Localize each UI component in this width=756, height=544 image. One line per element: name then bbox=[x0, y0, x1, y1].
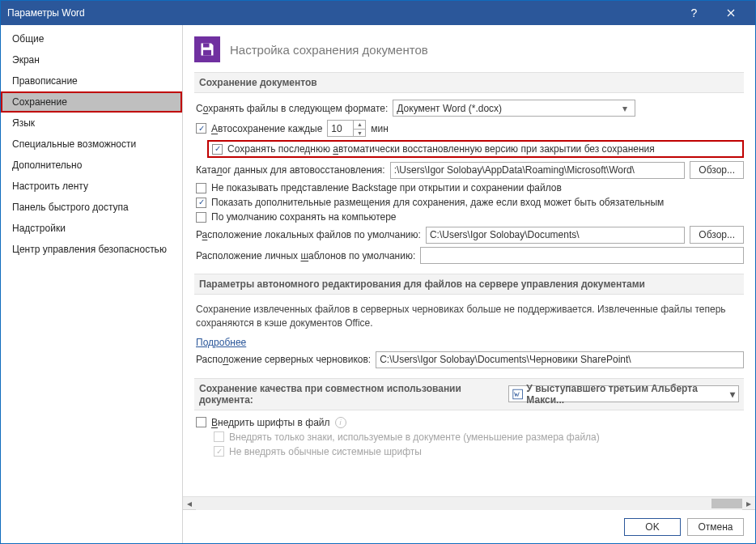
autorec-path-input[interactable]: :\Users\Igor Solobay\AppData\Roaming\Mic… bbox=[390, 162, 686, 179]
main-panel: Настройка сохранения документов Сохранен… bbox=[183, 25, 755, 543]
sidebar-item-advanced[interactable]: Дополнительно bbox=[1, 155, 182, 176]
offline-note: Сохранение извлеченных файлов в серверны… bbox=[194, 301, 744, 334]
help-button[interactable]: ? bbox=[676, 1, 712, 25]
no-backstage-checkbox[interactable] bbox=[196, 183, 206, 193]
learn-more-link[interactable]: Подробнее bbox=[196, 337, 246, 348]
autorec-path-label: Каталог данных для автовосстановления: bbox=[196, 164, 385, 176]
autosave-unit-label: мин bbox=[371, 123, 389, 134]
no-system-fonts-checkbox bbox=[214, 446, 224, 457]
page-title: Настройка сохранения документов bbox=[230, 43, 428, 57]
svg-rect-2 bbox=[513, 389, 523, 399]
sidebar-item-language[interactable]: Язык bbox=[1, 113, 182, 134]
svg-rect-0 bbox=[203, 44, 210, 48]
sidebar-item-general[interactable]: Общие bbox=[1, 28, 182, 49]
section-offline-editing: Параметры автономного редактирования для… bbox=[194, 274, 744, 295]
word-doc-icon bbox=[512, 389, 523, 400]
section-preserve-fidelity: Сохранение качества при совместном испол… bbox=[194, 378, 744, 410]
cancel-button[interactable]: Отмена bbox=[687, 518, 744, 536]
scroll-right-icon[interactable]: ▸ bbox=[742, 497, 755, 510]
section-save-docs: Сохранение документов bbox=[194, 72, 744, 93]
file-format-value: Документ Word (*.docx) bbox=[397, 103, 502, 114]
keep-autorecover-highlight: Сохранять последнюю автоматически восста… bbox=[207, 140, 744, 158]
close-button[interactable] bbox=[712, 1, 749, 25]
autorec-browse-button[interactable]: Обзор... bbox=[690, 161, 744, 179]
embed-fonts-checkbox[interactable] bbox=[196, 417, 206, 427]
scroll-track[interactable] bbox=[196, 497, 742, 510]
document-picker-value: У выступавшего третьим Альберта Макси... bbox=[526, 383, 727, 406]
templates-location-input[interactable] bbox=[420, 247, 744, 264]
svg-rect-1 bbox=[203, 50, 211, 56]
default-location-label: Расположение локальных файлов по умолчан… bbox=[196, 229, 421, 240]
scroll-left-icon[interactable]: ◂ bbox=[183, 497, 196, 510]
keep-autorecover-checkbox[interactable] bbox=[212, 144, 223, 155]
spin-up-icon[interactable]: ▲ bbox=[353, 121, 365, 129]
file-format-label: Сохранять файлы в следующем формате: bbox=[196, 103, 388, 114]
document-picker[interactable]: У выступавшего третьим Альберта Макси...… bbox=[508, 385, 739, 402]
category-sidebar: Общие Экран Правописание Сохранение Язык… bbox=[1, 25, 183, 543]
embed-fonts-label: Внедрить шрифты в файл bbox=[211, 417, 330, 428]
sidebar-item-customize-ribbon[interactable]: Настроить ленту bbox=[1, 176, 182, 197]
scroll-thumb[interactable] bbox=[711, 499, 742, 508]
horizontal-scrollbar[interactable]: ◂ ▸ bbox=[183, 496, 755, 509]
default-location-browse-button[interactable]: Обзор... bbox=[690, 226, 744, 244]
titlebar: Параметры Word ? bbox=[1, 1, 755, 25]
save-computer-default-checkbox[interactable] bbox=[196, 212, 206, 223]
extra-locations-label: Показать дополнительные размещения для с… bbox=[211, 197, 664, 208]
page-header: Настройка сохранения документов bbox=[194, 33, 744, 72]
sidebar-item-display[interactable]: Экран bbox=[1, 49, 182, 70]
no-backstage-label: Не показывать представление Backstage пр… bbox=[211, 182, 562, 193]
sidebar-item-trust-center[interactable]: Центр управления безопасностью bbox=[1, 239, 182, 260]
extra-locations-checkbox[interactable] bbox=[196, 198, 206, 208]
sidebar-item-proofing[interactable]: Правописание bbox=[1, 70, 182, 91]
autosave-label: Автосохранение каждые bbox=[211, 123, 322, 134]
chevron-down-icon: ▾ bbox=[618, 102, 631, 115]
sidebar-item-accessibility[interactable]: Специальные возможности bbox=[1, 134, 182, 155]
file-format-select[interactable]: Документ Word (*.docx) ▾ bbox=[393, 100, 635, 117]
sidebar-item-addins[interactable]: Надстройки bbox=[1, 218, 182, 239]
save-computer-default-label: По умолчанию сохранять на компьютере bbox=[211, 211, 397, 223]
server-drafts-label: Расположение серверных черновиков: bbox=[196, 354, 371, 365]
autosave-checkbox[interactable] bbox=[196, 123, 206, 134]
embed-only-used-checkbox bbox=[214, 431, 224, 442]
options-dialog: Параметры Word ? Общие Экран Правописани… bbox=[0, 0, 756, 544]
autosave-minutes-value: 10 bbox=[328, 123, 353, 134]
keep-autorecover-label: Сохранять последнюю автоматически восста… bbox=[227, 143, 655, 155]
spin-down-icon[interactable]: ▼ bbox=[353, 129, 365, 137]
chevron-down-icon: ▾ bbox=[730, 389, 735, 400]
info-icon[interactable]: i bbox=[335, 417, 346, 428]
autosave-minutes-spinner[interactable]: 10 ▲▼ bbox=[327, 120, 366, 137]
server-drafts-input[interactable]: C:\Users\Igor Solobay\Documents\Черновик… bbox=[376, 351, 744, 368]
default-location-input[interactable]: C:\Users\Igor Solobay\Documents\ bbox=[426, 227, 685, 244]
embed-only-used-label: Внедрять только знаки, используемые в до… bbox=[229, 431, 600, 443]
no-system-fonts-label: Не внедрять обычные системные шрифты bbox=[229, 446, 422, 457]
dialog-footer: OK Отмена bbox=[183, 509, 755, 543]
templates-location-label: Расположение личных шаблонов по умолчани… bbox=[196, 250, 415, 261]
window-title: Параметры Word bbox=[7, 7, 676, 19]
save-icon bbox=[194, 36, 220, 62]
ok-button[interactable]: OK bbox=[624, 518, 681, 536]
sidebar-item-quick-access[interactable]: Панель быстрого доступа bbox=[1, 197, 182, 218]
sidebar-item-save[interactable]: Сохранение bbox=[1, 91, 182, 113]
